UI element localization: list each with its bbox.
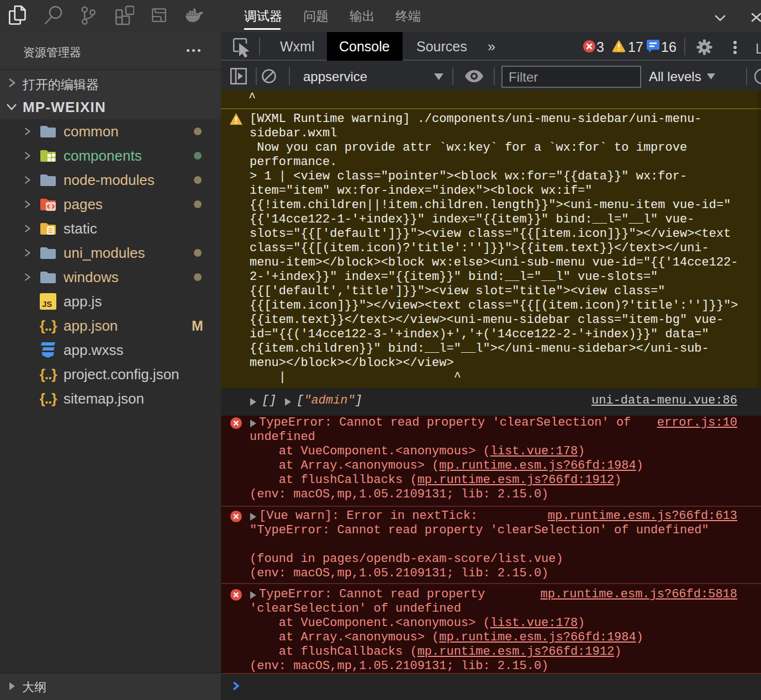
svg-text:JS: JS [42, 299, 52, 309]
